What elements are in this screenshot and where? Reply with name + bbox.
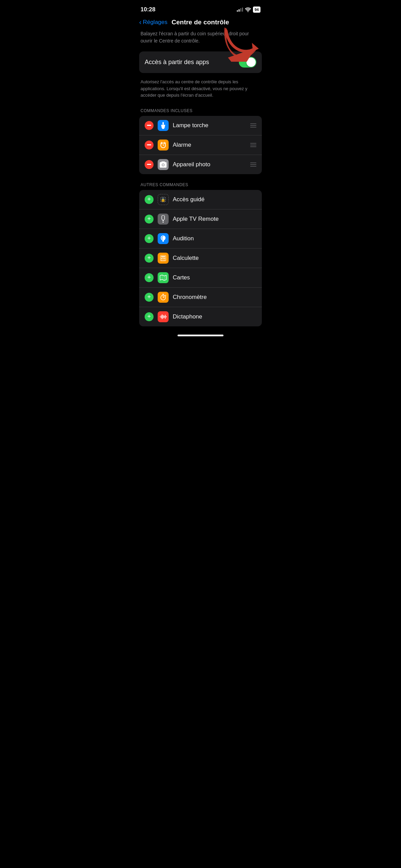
remove-lampe-button[interactable] — [145, 121, 154, 130]
lampe-icon — [158, 120, 169, 131]
svg-rect-19 — [164, 258, 165, 259]
alarme-label: Alarme — [173, 142, 246, 148]
svg-rect-33 — [164, 316, 165, 318]
add-cartes-button[interactable] — [145, 273, 154, 282]
battery-icon: 94 — [253, 7, 260, 13]
toggle-description: Autorisez l'accès au centre de contrôle … — [134, 77, 267, 108]
toggle-label: Accès à partir des apps — [145, 59, 209, 66]
apple-tv-icon — [158, 214, 169, 225]
list-item: 🔒 Accès guidé — [139, 190, 262, 209]
alarme-icon — [158, 140, 169, 150]
svg-rect-31 — [162, 314, 162, 319]
list-item: Cartes — [139, 268, 262, 288]
svg-rect-2 — [162, 122, 164, 125]
svg-rect-22 — [164, 260, 165, 261]
svg-rect-18 — [163, 258, 164, 259]
photo-label: Appareil photo — [173, 161, 246, 168]
list-item: Apple TV Remote — [139, 209, 262, 229]
svg-rect-16 — [161, 256, 165, 257]
cartes-label: Cartes — [173, 274, 256, 281]
page-title: Centre de contrôle — [172, 19, 229, 26]
drag-handle-lampe[interactable] — [250, 123, 256, 128]
chronometre-label: Chronomètre — [173, 294, 256, 301]
svg-rect-29 — [160, 316, 160, 317]
add-calculette-button[interactable] — [145, 254, 154, 263]
add-dictaphone-button[interactable] — [145, 312, 154, 321]
svg-rect-12 — [162, 215, 165, 220]
add-acces-guide-button[interactable] — [145, 195, 154, 204]
add-audition-button[interactable] — [145, 234, 154, 243]
svg-rect-14 — [162, 222, 164, 222]
drag-handle-photo[interactable] — [250, 162, 256, 167]
svg-rect-30 — [161, 315, 161, 318]
remove-photo-button[interactable] — [145, 160, 154, 169]
acces-guide-icon: 🔒 — [158, 194, 169, 205]
dictaphone-label: Dictaphone — [173, 313, 256, 320]
svg-line-28 — [165, 295, 166, 296]
add-chronometre-button[interactable] — [145, 293, 154, 302]
apple-tv-label: Apple TV Remote — [173, 216, 256, 222]
list-item: Alarme — [139, 135, 262, 155]
lampe-label: Lampe torche — [173, 122, 246, 129]
dictaphone-icon — [158, 311, 169, 322]
access-toggle-switch[interactable] — [239, 57, 256, 68]
calculette-label: Calculette — [173, 255, 256, 262]
cartes-icon — [158, 272, 169, 283]
section-header-autres-commandes: AUTRES COMMANDES — [134, 182, 267, 190]
photo-icon — [158, 159, 169, 170]
svg-marker-3 — [161, 125, 165, 128]
list-item: Chronomètre — [139, 288, 262, 307]
back-label: Réglages — [143, 19, 168, 26]
list-item: Appareil photo — [139, 155, 262, 174]
header-subtitle: Balayez l'écran à partir du coin supérie… — [134, 30, 267, 51]
toggle-knob — [246, 58, 256, 67]
access-toggle-row[interactable]: Accès à partir des apps — [139, 51, 262, 73]
nav-bar: ‹ Réglages Centre de contrôle — [134, 17, 267, 30]
status-bar: 10:28 94 — [134, 0, 267, 17]
chronometre-icon — [158, 292, 169, 303]
add-apple-tv-button[interactable] — [145, 215, 154, 224]
svg-rect-13 — [162, 220, 164, 221]
list-item: Audition — [139, 229, 262, 249]
svg-rect-34 — [165, 315, 166, 319]
signal-icon — [237, 8, 243, 12]
section-header-commandes-incluses: COMMANDES INCLUSES — [134, 108, 267, 116]
autres-commandes-list: 🔒 Accès guidé Apple TV Remote Audition — [139, 190, 262, 326]
battery-level: 94 — [255, 8, 259, 12]
commandes-incluses-list: Lampe torche Alarme — [139, 116, 262, 174]
wifi-icon — [245, 8, 251, 12]
audition-label: Audition — [173, 235, 256, 242]
svg-point-9 — [162, 164, 164, 166]
calculette-icon — [158, 253, 169, 264]
drag-handle-alarme[interactable] — [250, 143, 256, 147]
svg-rect-35 — [166, 316, 167, 317]
svg-rect-4 — [162, 128, 164, 129]
list-item: Calculette — [139, 249, 262, 268]
svg-rect-20 — [161, 260, 162, 261]
svg-rect-21 — [163, 260, 164, 261]
status-icons: 94 — [237, 7, 260, 13]
list-item: Dictaphone — [139, 307, 262, 326]
remove-alarme-button[interactable] — [145, 141, 154, 149]
status-time: 10:28 — [141, 6, 155, 13]
back-button[interactable]: ‹ Réglages — [139, 19, 168, 26]
svg-text:🔒: 🔒 — [161, 197, 166, 202]
acces-guide-label: Accès guidé — [173, 196, 256, 203]
list-item: Lampe torche — [139, 116, 262, 135]
back-chevron-icon: ‹ — [139, 18, 142, 26]
toggle-section: Accès à partir des apps — [134, 51, 267, 73]
audition-icon — [158, 233, 169, 244]
home-indicator — [178, 335, 223, 336]
svg-rect-17 — [161, 258, 162, 259]
svg-rect-32 — [163, 315, 163, 318]
